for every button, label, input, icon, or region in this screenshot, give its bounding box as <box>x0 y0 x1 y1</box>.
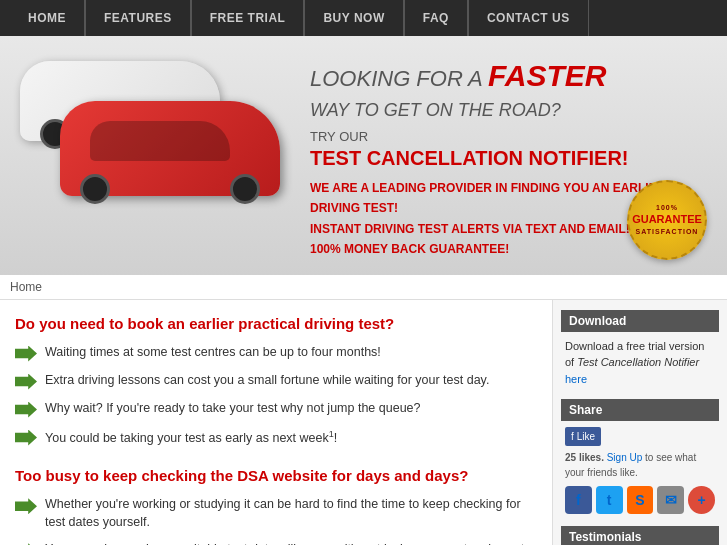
hero-cars-image <box>20 56 300 196</box>
hero-product-name: TEST CANCELLATION NOTIFIER! <box>310 147 707 170</box>
sidebar-download-title: Download <box>561 310 719 332</box>
bullet-list-2: Whether you're working or studying it ca… <box>15 496 537 545</box>
list-item-text: You never know when a suitable test date… <box>45 541 535 545</box>
sidebar-download-content: Download a free trial version of Test Ca… <box>561 338 719 388</box>
green-arrow-icon <box>15 374 37 390</box>
facebook-icon[interactable]: f <box>565 486 592 514</box>
sidebar: Download Download a free trial version o… <box>552 300 727 545</box>
car-red <box>60 101 280 196</box>
main-layout: Do you need to book an earlier practical… <box>0 300 727 545</box>
stumbleupon-icon[interactable]: S <box>627 486 654 514</box>
hero-try: TRY OUR <box>310 129 707 144</box>
wheel <box>230 174 260 204</box>
list-item: Whether you're working or studying it ca… <box>15 496 537 531</box>
section-heading-2: Too busy to keep checking the DSA websit… <box>15 467 537 484</box>
sidebar-testimonials-title: Testimonials <box>561 526 719 545</box>
fb-like-count: 25 likes. Sign Up to see what your frien… <box>565 450 715 480</box>
hero-title: LOOKING FOR A FASTER <box>310 56 707 95</box>
social-icons-row: f t S ✉ + <box>565 486 715 514</box>
wheel <box>80 174 110 204</box>
list-item-text: You could be taking your test as early a… <box>45 428 337 448</box>
nav-buy-now[interactable]: BUY NOW <box>304 0 403 36</box>
list-item: Why wait? If you're ready to take your t… <box>15 400 537 418</box>
hero-banner: LOOKING FOR A FASTER WAY TO GET ON THE R… <box>0 36 727 275</box>
nav-home[interactable]: HOME <box>10 0 85 36</box>
list-item: Extra driving lessons can cost you a sma… <box>15 372 537 390</box>
guarantee-badge: 100% GUARANTEE SATISFACTION <box>627 180 707 260</box>
guarantee-text-1: 100% <box>656 203 678 212</box>
list-item-text: Waiting times at some test centres can b… <box>45 344 381 362</box>
sidebar-share-title: Share <box>561 399 719 421</box>
download-product-name: Test Cancellation Notifier <box>577 356 699 368</box>
bullet-list-1: Waiting times at some test centres can b… <box>15 344 537 448</box>
download-link[interactable]: here <box>565 373 587 385</box>
list-item: You could be taking your test as early a… <box>15 428 537 448</box>
fb-like-icon: f <box>571 429 574 444</box>
fb-like-row: f Like 25 likes. Sign Up to see what you… <box>565 427 715 480</box>
hero-subtitle: WAY TO GET ON THE ROAD? <box>310 100 707 121</box>
twitter-icon[interactable]: t <box>596 486 623 514</box>
nav-free-trial[interactable]: FREE TRIAL <box>191 0 305 36</box>
footnote-ref: 1 <box>329 429 334 439</box>
fb-count-number: 25 likes. <box>565 452 604 463</box>
nav-faq[interactable]: FAQ <box>404 0 468 36</box>
google-plus-icon[interactable]: + <box>688 486 715 514</box>
list-item: You never know when a suitable test date… <box>15 541 537 545</box>
sidebar-testimonials-box: Testimonials Thanks Driving Test Cancell… <box>561 526 719 545</box>
sidebar-download-box: Download Download a free trial version o… <box>561 310 719 388</box>
guarantee-text-2: GUARANTEE <box>632 212 702 226</box>
guarantee-text-3: SATISFACTION <box>636 227 699 236</box>
green-arrow-icon <box>15 498 37 514</box>
email-icon[interactable]: ✉ <box>657 486 684 514</box>
fb-like-label: Like <box>577 429 595 444</box>
fb-signup-link[interactable]: Sign Up <box>607 452 643 463</box>
nav-features[interactable]: FEATURES <box>85 0 191 36</box>
hero-faster: FASTER <box>488 59 606 92</box>
green-arrow-icon <box>15 430 37 446</box>
list-item-text: Whether you're working or studying it ca… <box>45 496 537 531</box>
sidebar-share-content: f Like 25 likes. Sign Up to see what you… <box>561 427 719 514</box>
section-heading-1: Do you need to book an earlier practical… <box>15 315 537 332</box>
list-item: Waiting times at some test centres can b… <box>15 344 537 362</box>
fb-like-button[interactable]: f Like <box>565 427 601 446</box>
hero-title-prefix: LOOKING FOR A <box>310 66 488 91</box>
main-content: Do you need to book an earlier practical… <box>0 300 552 545</box>
sidebar-share-box: Share f Like 25 likes. Sign Up to see wh… <box>561 399 719 514</box>
green-arrow-icon <box>15 402 37 418</box>
green-arrow-icon <box>15 346 37 362</box>
breadcrumb: Home <box>0 275 727 300</box>
list-item-text: Why wait? If you're ready to take your t… <box>45 400 421 418</box>
nav-contact-us[interactable]: CONTACT US <box>468 0 589 36</box>
list-item-text: Extra driving lessons can cost you a sma… <box>45 372 489 390</box>
navigation: HOME FEATURES FREE TRIAL BUY NOW FAQ CON… <box>0 0 727 36</box>
